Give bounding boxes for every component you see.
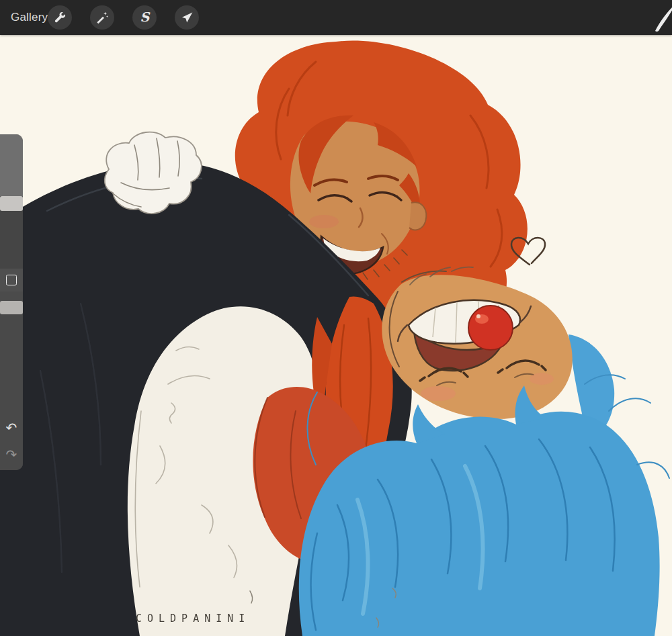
actions-button[interactable] (48, 5, 72, 30)
wrench-icon (53, 11, 67, 24)
redo-button[interactable]: ↷ (0, 445, 23, 465)
top-toolbar: Gallery S (0, 0, 672, 35)
brush-icon (653, 3, 672, 32)
adjustments-button[interactable] (90, 5, 114, 30)
brush-size-slider[interactable] (0, 134, 23, 196)
transform-arrow-icon (180, 11, 194, 24)
selection-s-icon: S (140, 11, 149, 24)
selection-button[interactable]: S (132, 5, 157, 30)
modify-button[interactable] (0, 269, 23, 291)
artwork (0, 35, 672, 636)
undo-button[interactable]: ↶ (0, 418, 23, 438)
paint-tool-button[interactable] (653, 3, 672, 32)
opacity-track-top[interactable] (0, 291, 23, 301)
brush-size-track[interactable] (0, 211, 23, 269)
brush-sidebar: ↶ ↷ (0, 134, 23, 470)
drawing-canvas[interactable]: COLDPANINI (0, 35, 672, 636)
opacity-handle[interactable] (0, 301, 23, 314)
square-icon (6, 275, 17, 285)
transform-button[interactable] (175, 5, 199, 30)
artist-signature: COLDPANINI (136, 612, 250, 625)
magic-wand-icon (95, 11, 109, 24)
brush-size-handle[interactable] (0, 196, 23, 211)
gallery-button[interactable]: Gallery (11, 11, 48, 24)
